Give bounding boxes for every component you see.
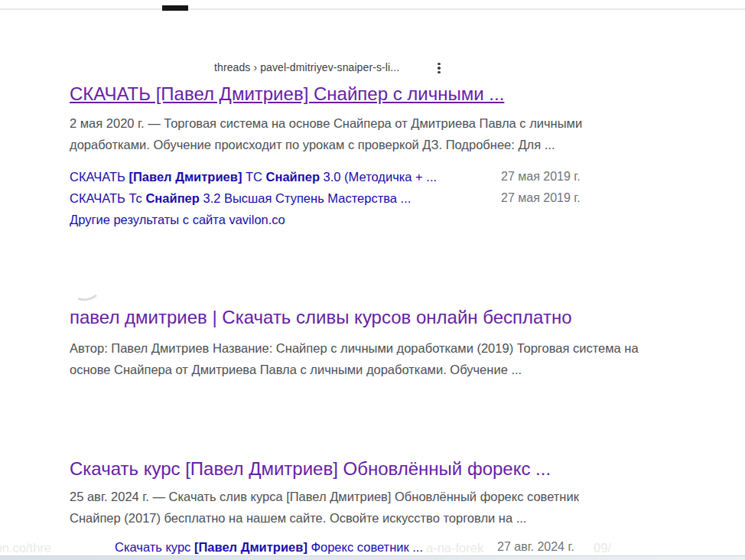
sitelink-row: СКАЧАТЬ Тс Снайпер 3.2 Высшая Ступень Ма…	[0, 187, 745, 209]
bottom-strip	[0, 555, 745, 560]
more-options-icon[interactable]	[434, 61, 444, 75]
result-title-link[interactable]: СКАЧАТЬ [Павел Дмитриев] Снайпер с личны…	[70, 83, 504, 105]
snippet-line: Снайпер (2017) бесплатно на нашем сайте.…	[70, 507, 579, 529]
sitelink-text-segment: 3.0 (Методичка + ...	[320, 170, 437, 184]
snippet-line: Автор: Павел Дмитриев Название: Снайпер …	[70, 337, 639, 359]
sitelink-text-segment: СКАЧАТЬ	[70, 170, 129, 184]
snippet-line: 25 авг. 2024 г. — Скачать слив курса [Па…	[70, 486, 579, 507]
sitelink-text-segment: [Павел Дмитриев]	[129, 170, 242, 184]
result-title-link[interactable]: Скачать курс [Павел Дмитриев] Обновлённы…	[70, 458, 551, 480]
breadcrumb[interactable]: threads › pavel-dmitriyev-snaiper-s-li..…	[214, 61, 399, 73]
sitelink-text-segment: Скачать курс	[115, 540, 194, 554]
result-date: 27 мая 2019 г.	[501, 187, 581, 209]
sitelink[interactable]: Скачать курс [Павел Дмитриев] Форекс сов…	[115, 536, 423, 558]
sitelink-text-segment: Снайпер	[145, 191, 199, 205]
more-results-link[interactable]: Другие результаты с сайта vavilon.co	[70, 209, 285, 230]
loading-arc	[72, 282, 100, 303]
top-divider-line	[0, 8, 745, 10]
sitelink-text-segment: ТС	[242, 170, 265, 184]
result-title-link[interactable]: павел дмитриев | Скачать сливы курсов он…	[70, 307, 572, 328]
snippet-line: доработками. Обучение происходит по урок…	[70, 134, 582, 155]
snippet-line: 2 мая 2020 г. — Торговая система на осно…	[70, 112, 582, 134]
result-date: 27 мая 2019 г.	[501, 166, 581, 187]
sitelink[interactable]: СКАЧАТЬ Тс Снайпер 3.2 Высшая Ступень Ма…	[70, 187, 411, 209]
result-snippet: 2 мая 2020 г. — Торговая система на осно…	[70, 112, 582, 155]
sitelink-text-segment: Форекс советник ...	[307, 540, 423, 554]
result-snippet: 25 авг. 2024 г. — Скачать слив курса [Па…	[70, 486, 579, 529]
sitelink-text-segment: СКАЧАТЬ Тс	[70, 191, 145, 205]
snippet-line: основе Снайпера от Дмитриева Павла с лич…	[70, 359, 639, 380]
sitelink-text-segment: 3.2 Высшая Ступень Мастерства ...	[200, 191, 411, 205]
sitelink-text-segment: [Павел Дмитриев]	[194, 540, 307, 554]
sitelink-row: Скачать курс [Павел Дмитриев] Форекс сов…	[0, 536, 745, 558]
sitelink-row: СКАЧАТЬ [Павел Дмитриев] ТС Снайпер 3.0 …	[0, 166, 745, 187]
black-tab-marker	[162, 5, 188, 11]
result-snippet: Автор: Павел Дмитриев Название: Снайпер …	[70, 337, 639, 380]
sitelink[interactable]: СКАЧАТЬ [Павел Дмитриев] ТС Снайпер 3.0 …	[70, 166, 437, 187]
sitelink-text-segment: Снайпер	[266, 170, 320, 184]
search-results-page: threads › pavel-dmitriyev-snaiper-s-li..…	[0, 0, 745, 560]
result-date: 27 авг. 2024 г.	[497, 536, 574, 558]
